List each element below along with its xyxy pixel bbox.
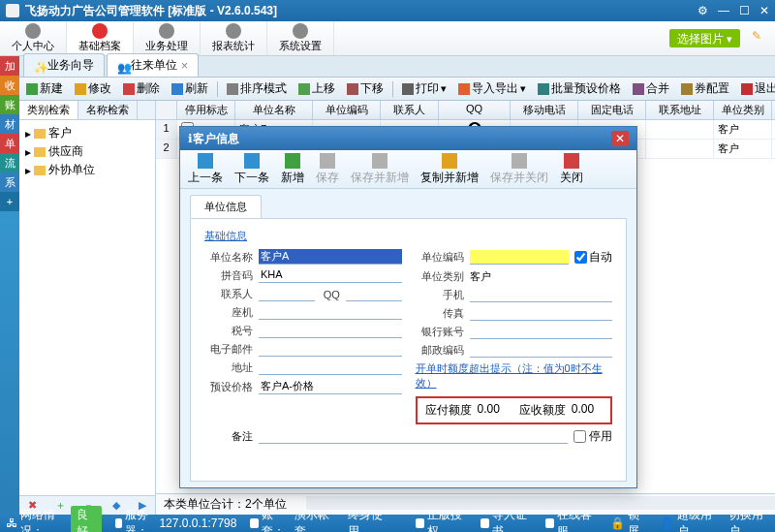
- limit-box: 应付额度0.00 应收额度0.00: [416, 396, 613, 424]
- menu-reports[interactable]: 报表统计: [201, 21, 267, 55]
- print-button[interactable]: 打印▾: [399, 78, 450, 99]
- tree-tab-category[interactable]: 类别检索: [19, 101, 78, 119]
- folder-icon: [34, 147, 46, 157]
- dlg-tab-unitinfo[interactable]: 单位信息: [190, 195, 262, 218]
- statusbar: 🖧网络情况：良好 服务器：127.0.0.1:7798 账套：演示帐套 终身使用…: [0, 515, 775, 532]
- main-menubar: 个人中心 基础档案 业务处理 报表统计 系统设置 选择图片 ▾ ✎: [0, 21, 775, 56]
- next-button[interactable]: 下一条: [234, 153, 269, 186]
- fax-input[interactable]: [470, 306, 613, 321]
- refresh-button[interactable]: 刷新: [169, 78, 211, 99]
- tree-pane: 类别检索 名称检索 ▸客户 ▸供应商 ▸外协单位 ✖ ＋ － ◆ ▶: [19, 101, 156, 515]
- unit-type-value: 客户: [470, 269, 491, 284]
- landline-input[interactable]: [259, 305, 402, 320]
- delete-button[interactable]: 删除: [120, 78, 163, 99]
- h-scrollbar[interactable]: [306, 496, 775, 510]
- net-icon: 🖧: [6, 516, 17, 530]
- unit-code-input[interactable]: [470, 250, 570, 265]
- nav-receive[interactable]: 收: [0, 76, 19, 95]
- nav-material[interactable]: 材: [0, 114, 19, 134]
- tree-node-supplier[interactable]: ▸供应商: [25, 142, 149, 161]
- move-down-button[interactable]: 下移: [344, 78, 387, 99]
- move-up-button[interactable]: 上移: [295, 78, 338, 99]
- net-status: 良好: [71, 506, 102, 532]
- wizard-icon: ✨: [34, 61, 44, 71]
- receivable-value[interactable]: 0.00: [572, 402, 594, 419]
- contact-input[interactable]: [259, 287, 315, 301]
- stop-use-checkbox[interactable]: [574, 430, 586, 443]
- zip-input[interactable]: [470, 343, 613, 358]
- sort-mode-button[interactable]: 排序模式: [224, 78, 290, 99]
- prev-button[interactable]: 上一条: [188, 153, 223, 186]
- folder-icon: [34, 129, 46, 139]
- customer-info-dialog: ℹ 客户信息 ✕ 上一条 下一条 新增 保存 保存并新增 复制并新增 保存并关闭…: [179, 126, 637, 488]
- settings-icon[interactable]: ⚙: [698, 4, 708, 17]
- nav-plus[interactable]: +: [0, 192, 19, 211]
- toolbar: 新建 修改 删除 刷新 排序模式 上移 下移 打印▾ 导入导出▾ 批量预设价格 …: [19, 78, 775, 101]
- qq-input[interactable]: [346, 287, 402, 301]
- partners-icon: 👥: [117, 61, 127, 71]
- nav-flow[interactable]: 流: [0, 153, 19, 172]
- nav-account[interactable]: 账: [0, 95, 19, 114]
- grid-footer: 本类单位合计：2个单位: [156, 493, 775, 515]
- brush-icon[interactable]: ✎: [752, 29, 767, 47]
- pinyin-input[interactable]: KHA: [259, 268, 402, 283]
- preset-price-input[interactable]: 客户A-价格: [259, 379, 402, 394]
- menu-business[interactable]: 业务处理: [134, 21, 201, 55]
- assign-button[interactable]: 券配置: [678, 78, 732, 99]
- tab-close-icon[interactable]: ×: [181, 59, 188, 73]
- mobile-input[interactable]: [470, 288, 613, 302]
- window-titlebar: 飞扬动力广告公司管理软件 [标准版 - V2.6.0.543] ⚙ — ☐ ✕: [0, 0, 775, 21]
- select-picture-button[interactable]: 选择图片 ▾: [669, 29, 740, 47]
- menu-personal[interactable]: 个人中心: [0, 21, 67, 55]
- dlg-saveadd-button[interactable]: 保存并新增: [351, 153, 409, 186]
- edit-button[interactable]: 修改: [72, 78, 114, 99]
- email-input[interactable]: [259, 342, 402, 357]
- close-icon[interactable]: ✕: [760, 4, 769, 17]
- window-title: 飞扬动力广告公司管理软件 [标准版 - V2.6.0.543]: [25, 3, 698, 19]
- tab-wizard[interactable]: ✨业务向导: [23, 53, 105, 77]
- merge-button[interactable]: 合并: [630, 78, 672, 99]
- payable-value[interactable]: 0.00: [478, 402, 500, 419]
- left-nav: 加 收 账 材 单 流 系 +: [0, 56, 19, 515]
- address-input[interactable]: [259, 360, 402, 375]
- dialog-title: 客户信息: [193, 131, 611, 147]
- grid-header: 停用标志 单位名称 单位编码 联系人 QQ 移动电话 固定电话 联系地址 单位类…: [156, 101, 775, 120]
- limit-note: 开单时额度超出提示（注：值为0时不生效）: [416, 361, 613, 391]
- dlg-save-button[interactable]: 保存: [316, 153, 339, 186]
- dlg-saveclose-button[interactable]: 保存并关闭: [490, 153, 548, 186]
- auto-checkbox[interactable]: [574, 251, 587, 264]
- lock-icon: 🔒: [610, 516, 625, 530]
- unit-name-input[interactable]: 客户A: [259, 249, 402, 265]
- tree-tab-name[interactable]: 名称检索: [78, 101, 138, 119]
- maximize-icon[interactable]: ☐: [739, 4, 750, 17]
- batch-price-button[interactable]: 批量预设价格: [535, 78, 624, 99]
- account-icon: [250, 518, 259, 528]
- new-button[interactable]: 新建: [23, 78, 66, 99]
- bank-input[interactable]: [470, 325, 613, 339]
- section-title: 基础信息: [204, 229, 612, 243]
- dialog-close-icon[interactable]: ✕: [611, 131, 629, 146]
- tree-node-outsource[interactable]: ▸外协单位: [25, 161, 149, 179]
- nav-add[interactable]: 加: [0, 56, 19, 76]
- nav-order[interactable]: 单: [0, 134, 19, 153]
- server-icon: [115, 518, 122, 528]
- menu-settings[interactable]: 系统设置: [267, 21, 334, 55]
- dlg-new-button[interactable]: 新增: [281, 153, 304, 186]
- app-logo: [6, 4, 19, 17]
- dlg-close-button[interactable]: 关闭: [560, 153, 583, 186]
- folder-icon: [34, 166, 46, 175]
- nav-system[interactable]: 系: [0, 172, 19, 192]
- taxno-input[interactable]: [259, 324, 402, 338]
- document-tabs: ✨业务向导 👥往来单位 ×: [19, 56, 775, 78]
- tree-node-customer[interactable]: ▸客户: [25, 124, 149, 142]
- dlg-copyadd-button[interactable]: 复制并新增: [420, 153, 479, 186]
- exit-button[interactable]: 退出: [738, 78, 775, 99]
- menu-base-data[interactable]: 基础档案: [67, 21, 134, 55]
- import-export-button[interactable]: 导入导出▾: [455, 78, 529, 99]
- tab-partners[interactable]: 👥往来单位 ×: [107, 53, 199, 77]
- minimize-icon[interactable]: —: [718, 4, 729, 17]
- remark-input[interactable]: [259, 429, 568, 444]
- user-icon: 👤: [660, 516, 674, 530]
